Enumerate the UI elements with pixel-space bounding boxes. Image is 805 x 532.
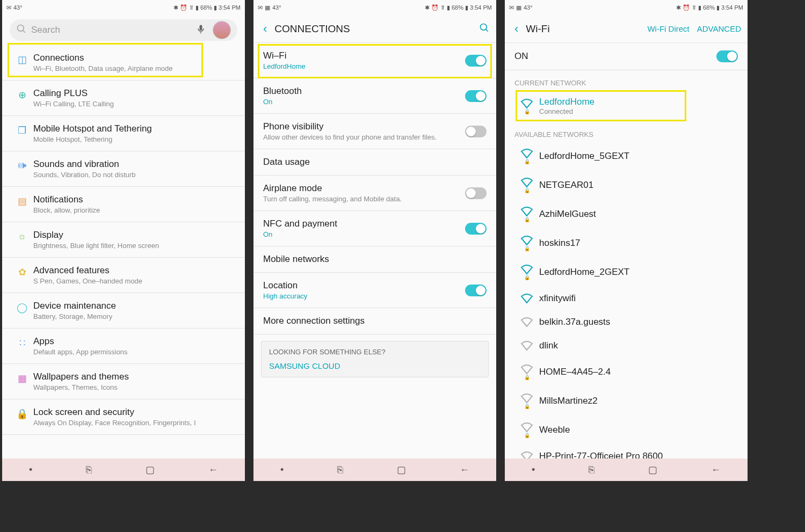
settings-item[interactable]: ▤ Notifications Block, allow, prioritize	[2, 187, 245, 222]
conn-item[interactable]: Wi–FiLedfordHome	[253, 43, 496, 78]
conn-item[interactable]: BluetoothOn	[253, 78, 496, 114]
wifi-network[interactable]: belkin.37a.guests	[505, 310, 748, 334]
home-button[interactable]: ▢	[648, 464, 657, 476]
battery-icon: ▮	[214, 4, 217, 11]
settings-item[interactable]: ▦ Wallpapers and themes Wallpapers, Them…	[2, 364, 245, 399]
back-arrow[interactable]: ‹	[260, 20, 270, 38]
nav-bar: • ⎘ ▢ ←	[505, 458, 748, 481]
item-sub: Wallpapers, Themes, Icons	[33, 383, 236, 391]
signal-icon: ▮	[698, 4, 701, 11]
item-title: Airplane mode	[263, 183, 465, 194]
conn-item[interactable]: Phone visibilityAllow other devices to f…	[253, 114, 496, 149]
mic-icon[interactable]	[195, 24, 206, 37]
alarm-icon: ⏰	[431, 4, 439, 11]
home-button[interactable]: ▢	[146, 464, 155, 476]
item-sub: Always On Display, Face Recognition, Fin…	[33, 419, 236, 427]
back-button[interactable]: ←	[711, 464, 721, 476]
item-title: Data usage	[263, 157, 487, 167]
connections-screen: ✉ ▦ 43° ✱ ⏰ ⥣ ▮ 68% ▮ 3:54 PM ‹ CONNECTI…	[253, 0, 496, 481]
current-network[interactable]: 🔒 LedfordHome Connected	[505, 90, 748, 122]
conn-item[interactable]: Airplane modeTurn off calling, messaging…	[253, 176, 496, 211]
settings-item[interactable]: 🔒 Lock screen and security Always On Dis…	[2, 399, 245, 435]
settings-item[interactable]: ☼ Display Brightness, Blue light filter,…	[2, 222, 245, 258]
settings-item[interactable]: ⊕ Calling PLUS Wi–Fi Calling, LTE Callin…	[2, 81, 245, 116]
header: ‹ CONNECTIONS	[253, 15, 496, 43]
advanced-link[interactable]: ADVANCED	[697, 24, 741, 33]
item-sub: S Pen, Games, One–handed mode	[33, 277, 236, 285]
toggle-switch[interactable]	[465, 187, 487, 199]
footer-link[interactable]: SAMSUNG CLOUD	[269, 361, 481, 370]
toggle-switch[interactable]	[465, 126, 487, 137]
battery-pct: 68%	[452, 4, 463, 11]
conn-item[interactable]: More connection settings	[253, 308, 496, 334]
network-status: Connected	[539, 107, 594, 115]
search-bar[interactable]: Search	[10, 19, 237, 41]
wifi-network[interactable]: dlink	[505, 334, 748, 358]
item-title: Bluetooth	[263, 86, 465, 97]
network-name: MillsMartinez2	[539, 396, 598, 406]
toggle-switch[interactable]	[716, 50, 738, 62]
avatar[interactable]	[213, 21, 231, 39]
search-icon	[16, 24, 27, 37]
back-arrow[interactable]: ‹	[511, 20, 521, 38]
wifi-network[interactable]: 🔒 HOME–4A45–2.4	[505, 358, 748, 387]
conn-item[interactable]: NFC and paymentOn	[253, 211, 496, 246]
recent-button[interactable]: ⎘	[337, 464, 343, 476]
item-sub: LedfordHome	[263, 62, 465, 70]
item-title: Apps	[33, 336, 236, 347]
clock: 3:54 PM	[721, 4, 743, 11]
back-button[interactable]: ←	[460, 464, 469, 476]
item-title: Location	[263, 280, 465, 291]
item-title: More connection settings	[263, 316, 487, 326]
wifi-signal-icon: 🔒	[514, 235, 539, 251]
wifi-network[interactable]: 🔒 AzhiMelGuest	[505, 200, 748, 229]
wifi-network[interactable]: xfinitywifi	[505, 287, 748, 310]
settings-item[interactable]: 🕪 Sounds and vibration Sounds, Vibration…	[2, 151, 245, 187]
wifi-network[interactable]: 🔒 NETGEAR01	[505, 171, 748, 200]
item-title: Advanced features	[33, 265, 236, 276]
footer-card[interactable]: LOOKING FOR SOMETHING ELSE? SAMSUNG CLOU…	[261, 341, 489, 377]
wifi-network[interactable]: 🔒 LedfordHome_2GEXT	[505, 258, 748, 287]
settings-item[interactable]: ◯ Device maintenance Battery, Storage, M…	[2, 293, 245, 329]
wifi-network[interactable]: 🔒 hoskins17	[505, 229, 748, 258]
search-button[interactable]	[479, 23, 490, 35]
conn-item[interactable]: Mobile networks	[253, 246, 496, 273]
image-icon: ▦	[516, 4, 521, 11]
item-icon: ▤	[11, 194, 33, 207]
wifi-master-toggle[interactable]: ON	[505, 43, 748, 70]
conn-item[interactable]: Data usage	[253, 149, 496, 176]
network-name: hoskins17	[539, 238, 581, 249]
network-name: LedfordHome_2GEXT	[539, 267, 629, 278]
nav-dot: •	[29, 464, 32, 476]
wifi-signal-icon: 🔒	[514, 264, 539, 280]
item-title: Mobile networks	[263, 254, 487, 265]
network-name: dlink	[539, 340, 558, 351]
toggle-switch[interactable]	[465, 223, 487, 235]
toggle-switch[interactable]	[465, 90, 487, 102]
wifi-signal-icon: 🔒	[514, 393, 539, 409]
item-icon: ⊕	[11, 88, 33, 101]
network-name: Weeble	[539, 425, 570, 435]
home-button[interactable]: ▢	[397, 464, 406, 476]
wifi-network[interactable]: 🔒 Weeble	[505, 416, 748, 444]
recent-button[interactable]: ⎘	[589, 464, 594, 476]
clock: 3:54 PM	[219, 4, 241, 11]
wifi-direct-link[interactable]: Wi-Fi Direct	[647, 24, 689, 33]
wifi-network[interactable]: 🔒 MillsMartinez2	[505, 387, 748, 416]
mail-icon: ✉	[258, 4, 263, 11]
toggle-switch[interactable]	[465, 285, 487, 296]
recent-button[interactable]: ⎘	[86, 464, 92, 476]
wifi-signal-icon: 🔒	[514, 422, 539, 438]
conn-item[interactable]: LocationHigh accuracy	[253, 273, 496, 308]
settings-item[interactable]: ◫ Connections Wi–Fi, Bluetooth, Data usa…	[2, 45, 245, 81]
back-button[interactable]: ←	[208, 464, 218, 476]
item-title: Notifications	[33, 194, 236, 205]
settings-item[interactable]: ❐ Mobile Hotspot and Tethering Mobile Ho…	[2, 116, 245, 151]
item-icon: ✿	[11, 265, 33, 278]
signal-icon: ▮	[447, 4, 450, 11]
item-sub: Allow other devices to find your phone a…	[263, 133, 465, 141]
wifi-network[interactable]: 🔒 LedfordHome_5GEXT	[505, 142, 748, 171]
settings-item[interactable]: ✿ Advanced features S Pen, Games, One–ha…	[2, 258, 245, 293]
settings-item[interactable]: ∷ Apps Default apps, App permissions	[2, 329, 245, 364]
toggle-switch[interactable]	[465, 55, 487, 67]
